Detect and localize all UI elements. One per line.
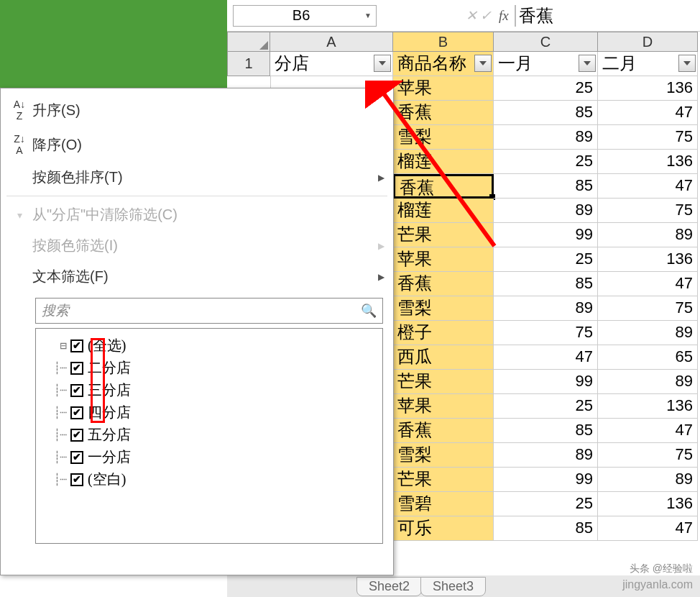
- cell[interactable]: 雪梨: [393, 443, 494, 468]
- col-header-D[interactable]: D: [598, 32, 698, 52]
- cell[interactable]: 可乐: [393, 516, 494, 541]
- cell[interactable]: 香蕉: [393, 419, 494, 443]
- cell[interactable]: 85: [494, 272, 598, 296]
- col-header-C[interactable]: C: [494, 32, 598, 52]
- cell[interactable]: 75: [494, 321, 598, 345]
- name-box[interactable]: B6 ▼: [233, 5, 377, 27]
- cell[interactable]: 99: [494, 370, 598, 394]
- checkbox-icon[interactable]: ✔: [70, 339, 83, 352]
- cell[interactable]: 榴莲: [393, 199, 494, 223]
- checkbox-icon[interactable]: ✔: [70, 384, 83, 397]
- cell[interactable]: 99: [494, 468, 598, 492]
- cell-A1[interactable]: 分店: [270, 52, 393, 76]
- cell[interactable]: 苹果: [393, 247, 494, 272]
- cell[interactable]: 99: [494, 223, 598, 247]
- sort-asc-item[interactable]: A↓Z 升序(S): [1, 93, 393, 127]
- sort-desc-item[interactable]: Z↓A 降序(O): [1, 127, 393, 162]
- col-header-B[interactable]: B: [393, 32, 494, 52]
- cell[interactable]: 47: [598, 174, 698, 199]
- tree-line-icon: ┊┈: [43, 428, 66, 442]
- cell[interactable]: 香蕉: [393, 272, 494, 296]
- col-header-A[interactable]: A: [270, 32, 393, 52]
- search-icon[interactable]: 🔍: [361, 303, 377, 319]
- cell[interactable]: 136: [598, 492, 698, 516]
- cell[interactable]: 75: [598, 296, 698, 321]
- cell[interactable]: 47: [598, 516, 698, 541]
- cell[interactable]: 136: [598, 150, 698, 174]
- cell-D1[interactable]: 二月: [598, 52, 698, 76]
- cell[interactable]: 89: [598, 321, 698, 345]
- checkbox-icon[interactable]: ✔: [70, 473, 83, 486]
- cell[interactable]: 雪梨: [393, 296, 494, 321]
- cell[interactable]: 芒果: [393, 370, 494, 394]
- cell[interactable]: 89: [494, 443, 598, 468]
- cell[interactable]: 雪碧: [393, 492, 494, 516]
- filter-color-item: 按颜色筛选(I) ▶: [1, 230, 393, 261]
- cell[interactable]: 89: [494, 199, 598, 223]
- filter-checkbox-item[interactable]: ┊┈✔一分店: [43, 446, 375, 468]
- cell-B1[interactable]: 商品名称: [393, 52, 494, 76]
- cell[interactable]: 芒果: [393, 223, 494, 247]
- cell-C1[interactable]: 一月: [494, 52, 598, 76]
- cell[interactable]: 25: [494, 247, 598, 272]
- cell[interactable]: 雪梨: [393, 125, 494, 150]
- cell[interactable]: 85: [494, 101, 598, 125]
- cell[interactable]: 香蕉: [393, 101, 494, 125]
- checkbox-icon[interactable]: ✔: [70, 406, 83, 419]
- cell[interactable]: 橙子: [393, 321, 494, 345]
- fx-icon[interactable]: fx: [499, 8, 509, 24]
- cell[interactable]: 榴莲: [393, 150, 494, 174]
- cell[interactable]: 75: [598, 199, 698, 223]
- filter-item-label: 五分店: [88, 425, 131, 445]
- cell[interactable]: 85: [494, 419, 598, 443]
- checkbox-icon[interactable]: ✔: [70, 451, 83, 464]
- cell[interactable]: 75: [598, 125, 698, 150]
- cell[interactable]: 89: [598, 468, 698, 492]
- cell[interactable]: 香蕉: [393, 174, 494, 199]
- dropdown-icon[interactable]: ▼: [364, 12, 372, 19]
- checkbox-icon[interactable]: ✔: [70, 429, 83, 442]
- cell[interactable]: 苹果: [393, 394, 494, 419]
- select-all-corner[interactable]: [227, 32, 270, 52]
- cell[interactable]: 芒果: [393, 468, 494, 492]
- cell[interactable]: 89: [494, 296, 598, 321]
- cell[interactable]: 47: [598, 101, 698, 125]
- confirm-icon[interactable]: ✓: [480, 7, 492, 24]
- cell[interactable]: 85: [494, 174, 598, 199]
- cancel-icon[interactable]: ✕: [466, 7, 477, 24]
- cell[interactable]: 25: [494, 150, 598, 174]
- filter-button-C[interactable]: [579, 55, 596, 72]
- sort-color-item[interactable]: 按颜色排序(T) ▶: [1, 162, 393, 193]
- cell[interactable]: 47: [598, 272, 698, 296]
- submenu-arrow-icon: ▶: [378, 272, 384, 282]
- text-filter-item[interactable]: 文本筛选(F) ▶: [1, 261, 393, 292]
- watermark-text: 头条 @经验啦: [630, 562, 693, 575]
- sheet-tab[interactable]: Sheet2: [356, 577, 422, 596]
- filter-button-A[interactable]: [374, 55, 391, 72]
- cell[interactable]: 25: [494, 492, 598, 516]
- filter-search-box[interactable]: 搜索 🔍: [35, 298, 383, 324]
- checkbox-icon[interactable]: ✔: [70, 362, 83, 375]
- filter-button-B[interactable]: [474, 55, 492, 72]
- filter-checkbox-item[interactable]: ┊┈✔(空白): [43, 468, 375, 491]
- cell[interactable]: 65: [598, 345, 698, 370]
- cell[interactable]: 47: [494, 345, 598, 370]
- cell[interactable]: 25: [494, 394, 598, 419]
- formula-value[interactable]: 香蕉: [515, 5, 700, 27]
- cell[interactable]: 136: [598, 394, 698, 419]
- cell[interactable]: 89: [598, 223, 698, 247]
- filter-checkbox-item[interactable]: ┊┈✔五分店: [43, 424, 375, 446]
- filter-button-D[interactable]: [678, 55, 696, 72]
- cell[interactable]: 85: [494, 516, 598, 541]
- cell[interactable]: 25: [494, 76, 598, 101]
- cell[interactable]: 136: [598, 76, 698, 101]
- cell[interactable]: 苹果: [393, 76, 494, 101]
- cell[interactable]: 89: [494, 125, 598, 150]
- cell[interactable]: 75: [598, 443, 698, 468]
- cell[interactable]: 西瓜: [393, 345, 494, 370]
- sheet-tab[interactable]: Sheet3: [420, 577, 486, 596]
- cell[interactable]: 47: [598, 419, 698, 443]
- cell[interactable]: 136: [598, 247, 698, 272]
- cell[interactable]: 89: [598, 370, 698, 394]
- row-header-1[interactable]: 1: [227, 52, 270, 76]
